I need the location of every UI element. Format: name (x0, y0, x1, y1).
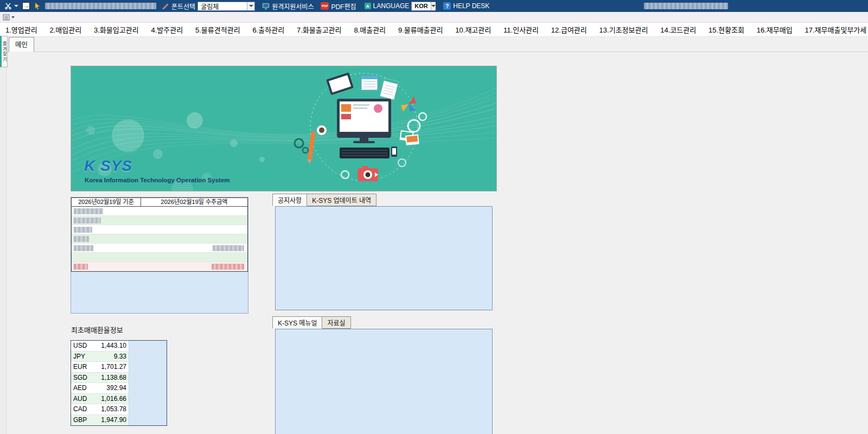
menu-item-cargo-outbound[interactable]: 7.화물출고관리 (296, 24, 343, 35)
help-desk-button[interactable]: ? HELP DESK (443, 2, 489, 10)
menu-item-finance-purchase[interactable]: 16.재무매입 (756, 24, 794, 35)
currency-rate: 392.94 (94, 384, 129, 392)
currency-code: USD (71, 342, 94, 349)
status-col-date-basis: 2026년02월19일 기준 (72, 198, 141, 206)
empty-cell (129, 341, 167, 351)
menu-item-basic-info[interactable]: 13.기초정보관리 (598, 24, 649, 35)
manual-content-area[interactable] (275, 329, 493, 434)
font-select-group: 폰트선택 굴림체 (162, 2, 255, 11)
menu-item-order[interactable]: 4.발주관리 (150, 24, 184, 35)
menu-item-logistics-revenue[interactable]: 9.물류매출관리 (397, 24, 444, 35)
currency-code: JPY (71, 353, 94, 360)
currency-code: AUD (71, 395, 94, 403)
empty-cell (129, 404, 167, 414)
favorites-strip[interactable]: 즐겨찾기 (0, 36, 8, 67)
tools-button[interactable] (4, 2, 18, 10)
remote-support-label: 원격지원서비스 (272, 2, 314, 11)
table-row (72, 244, 247, 253)
notice-content-area[interactable] (275, 206, 493, 310)
menu-item-code[interactable]: 14.코드관리 (659, 24, 697, 35)
tab-archive[interactable]: 자료실 (322, 316, 350, 329)
main-menu: 1.영업관리 2.매입관리 3.화물입고관리 4.발주관리 5.물류견적관리 6… (0, 23, 868, 36)
menu-item-status-inquiry[interactable]: 15.현황조회 (707, 24, 745, 35)
redacted-cell (213, 245, 244, 251)
remote-support-button[interactable]: 원격지원서비스 (262, 2, 314, 11)
language-icon: A (365, 3, 371, 9)
table-row: AED 392.94 (71, 383, 167, 394)
font-select-value: 굴림체 (198, 2, 247, 11)
menu-item-cargo-inbound[interactable]: 3.화물입고관리 (93, 24, 140, 35)
language-select[interactable]: KOR (411, 2, 435, 11)
menu-item-revenue[interactable]: 8.매출관리 (353, 24, 387, 35)
pointer-icon[interactable] (34, 2, 41, 10)
menu-item-payroll[interactable]: 12.급여관리 (550, 24, 588, 35)
main-menu-bar: 1.영업관리 2.매입관리 3.화물입고관리 4.발주관리 5.물류견적관리 6… (0, 23, 868, 37)
main-banner: K SYS Korea Information Technology Opera… (71, 66, 497, 192)
redacted-company-info (644, 3, 728, 9)
menu-item-hr[interactable]: 11.인사관리 (502, 24, 540, 35)
pen-icon (162, 3, 169, 10)
redacted-cell (74, 218, 101, 224)
manual-panel: K-SYS 메뉴얼 자료실 (272, 319, 496, 434)
tools-icon (4, 2, 12, 10)
language-label: LANGUAGE (373, 2, 410, 10)
favorites-label: 즐겨찾기 (1, 41, 8, 62)
tab-ksys-manual[interactable]: K-SYS 메뉴얼 (272, 316, 322, 329)
banner-subtitle: Korea Information Technology Operation S… (85, 177, 230, 183)
currency-code: GBP (71, 416, 94, 424)
currency-rate: 9.33 (94, 353, 129, 360)
status-table-header: 2026년02월19일 기준 2026년02월19일 수주금액 (72, 198, 247, 207)
exchange-rate-table: USD 1,443.10 JPY 9.33 EUR 1,701.27 SGD 1… (71, 340, 167, 426)
currency-rate: 1,947.90 (94, 416, 129, 424)
tab-bar: 메인 (0, 37, 868, 52)
menu-item-finance-revenue-vat[interactable]: 17.재무매출및부가세 (804, 24, 868, 35)
empty-cell (129, 383, 167, 393)
empty-cell (129, 415, 167, 426)
table-row: JPY 9.33 (71, 352, 167, 362)
table-row: CAD 1,053.78 (71, 404, 167, 415)
list-icon[interactable] (3, 14, 10, 21)
font-select[interactable]: 굴림체 (197, 2, 255, 11)
redacted-cell (74, 208, 103, 214)
language-group: A LANGUAGE KOR (365, 2, 436, 11)
tab-notices[interactable]: 공지사항 (272, 194, 307, 206)
remote-support-icon (262, 3, 270, 10)
top-toolbar: → 폰트선택 굴림체 원격지원서비스 PDF PDF편집 A (0, 0, 868, 12)
table-row (72, 253, 247, 262)
pdf-edit-label: PDF편집 (331, 2, 356, 11)
tab-main[interactable]: 메인 (9, 37, 34, 52)
help-desk-label: HELP DESK (453, 2, 489, 10)
currency-rate: 1,443.10 (94, 342, 129, 349)
font-select-caret[interactable] (247, 2, 254, 10)
redacted-cell (74, 245, 93, 251)
exit-icon[interactable]: → (22, 2, 30, 10)
side-rail (0, 52, 7, 434)
redacted-cell (74, 227, 92, 233)
empty-cell (129, 362, 167, 372)
currency-rate: 1,701.27 (94, 363, 129, 371)
banner-title: K SYS (84, 157, 132, 175)
table-row (72, 262, 247, 271)
language-value: KOR (412, 3, 430, 9)
table-row: SGD 1,138.68 (71, 373, 167, 384)
app-window: → 폰트선택 굴림체 원격지원서비스 PDF PDF편집 A (0, 0, 868, 434)
menu-item-purchase[interactable]: 2.매입관리 (49, 24, 83, 35)
menu-item-sales[interactable]: 1.영업관리 (4, 24, 39, 35)
menu-item-shipment[interactable]: 6.출하관리 (251, 24, 285, 35)
table-row: EUR 1,701.27 (71, 362, 167, 373)
redacted-user-info (45, 3, 156, 9)
table-row: USD 1,443.10 (71, 341, 167, 352)
notice-panel: 공지사항 K-SYS 업데이트 내역 (272, 196, 496, 315)
menu-item-inventory[interactable]: 10.재고관리 (454, 24, 492, 35)
language-select-caret[interactable] (431, 2, 436, 10)
tab-ksys-update-history[interactable]: K-SYS 업데이트 내역 (307, 194, 376, 206)
redacted-cell (74, 264, 88, 270)
font-select-label: 폰트선택 (171, 2, 195, 11)
status-table: 2026년02월19일 기준 2026년02월19일 수주금액 (71, 197, 248, 272)
chevron-down-icon[interactable] (11, 16, 15, 18)
exchange-rate-title: 최초매매환율정보 (71, 324, 123, 335)
pdf-edit-button[interactable]: PDF PDF편집 (321, 2, 356, 11)
redacted-cell (74, 236, 89, 242)
menu-item-logistics-quote[interactable]: 5.물류견적관리 (194, 24, 241, 35)
table-row (72, 234, 247, 244)
